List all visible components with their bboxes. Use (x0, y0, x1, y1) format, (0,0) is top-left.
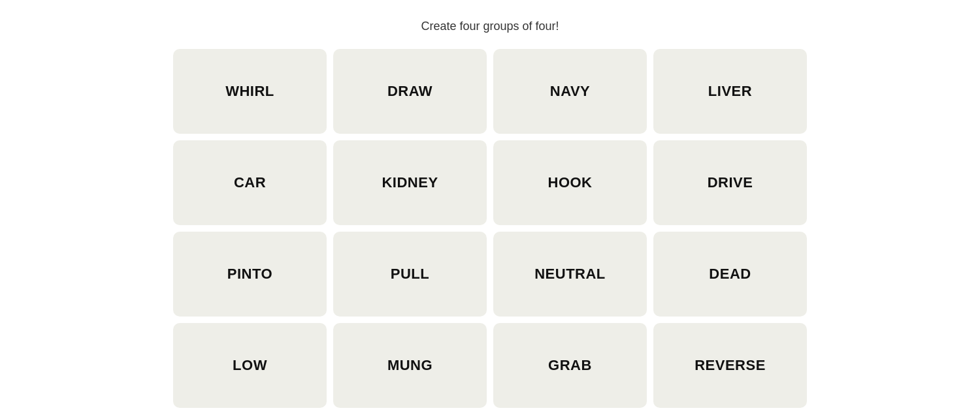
tile-neutral[interactable]: NEUTRAL (493, 232, 647, 317)
tile-label-pull: PULL (391, 266, 429, 283)
tile-label-drive: DRIVE (708, 174, 753, 191)
tile-label-kidney: KIDNEY (382, 174, 438, 191)
tile-navy[interactable]: NAVY (493, 49, 647, 134)
tile-label-mung: MUNG (387, 357, 433, 374)
tile-draw[interactable]: DRAW (333, 49, 487, 134)
tile-grab[interactable]: GRAB (493, 323, 647, 408)
tile-hook[interactable]: HOOK (493, 140, 647, 225)
tile-label-reverse: REVERSE (694, 357, 766, 374)
tile-car[interactable]: CAR (173, 140, 327, 225)
tile-liver[interactable]: LIVER (653, 49, 807, 134)
tile-pull[interactable]: PULL (333, 232, 487, 317)
tile-mung[interactable]: MUNG (333, 323, 487, 408)
game-subtitle: Create four groups of four! (421, 20, 559, 33)
tile-label-whirl: WHIRL (225, 83, 274, 100)
tile-dead[interactable]: DEAD (653, 232, 807, 317)
tile-label-navy: NAVY (550, 83, 591, 100)
tile-label-low: LOW (233, 357, 267, 374)
tile-label-grab: GRAB (548, 357, 592, 374)
tile-label-liver: LIVER (708, 83, 752, 100)
tile-low[interactable]: LOW (173, 323, 327, 408)
tile-whirl[interactable]: WHIRL (173, 49, 327, 134)
tile-label-pinto: PINTO (227, 266, 272, 283)
tile-label-neutral: NEUTRAL (534, 266, 606, 283)
tile-pinto[interactable]: PINTO (173, 232, 327, 317)
tile-kidney[interactable]: KIDNEY (333, 140, 487, 225)
word-grid: WHIRLDRAWNAVYLIVERCARKIDNEYHOOKDRIVEPINT… (173, 49, 807, 408)
tile-label-dead: DEAD (709, 266, 751, 283)
tile-label-car: CAR (234, 174, 266, 191)
tile-label-hook: HOOK (548, 174, 593, 191)
tile-drive[interactable]: DRIVE (653, 140, 807, 225)
tile-label-draw: DRAW (387, 83, 433, 100)
tile-reverse[interactable]: REVERSE (653, 323, 807, 408)
